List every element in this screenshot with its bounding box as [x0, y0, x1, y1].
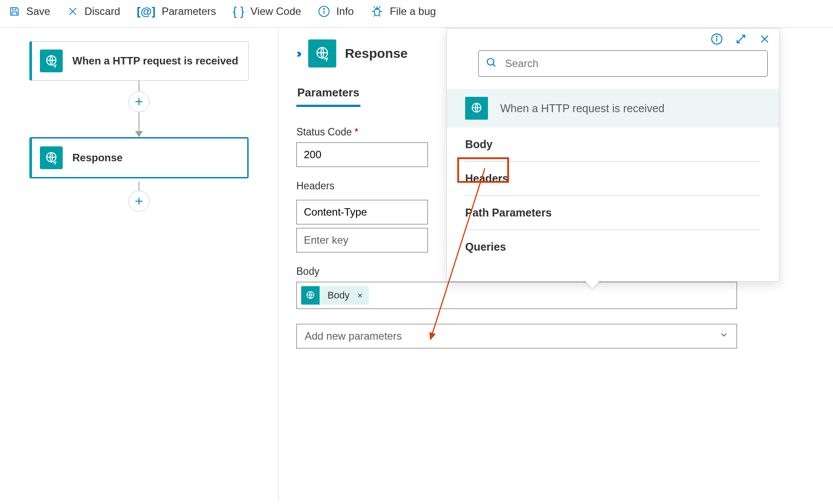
chevron-down-icon — [719, 330, 729, 342]
view-code-button[interactable]: { } View Code — [233, 4, 301, 18]
dyn-item-queries[interactable]: Queries — [465, 230, 761, 264]
add-step-button[interactable] — [128, 91, 150, 112]
flow-canvas[interactable]: When a HTTP request is received Response — [0, 28, 279, 501]
dyn-item-headers[interactable]: Headers — [465, 162, 761, 196]
save-icon — [9, 6, 20, 17]
toolbar: Save Discard [@] Parameters { } View Cod… — [0, 0, 833, 28]
trigger-card[interactable]: When a HTTP request is received — [29, 41, 249, 81]
file-bug-label: File a bug — [390, 5, 436, 18]
view-code-label: View Code — [250, 5, 301, 18]
file-bug-button[interactable]: File a bug — [370, 5, 436, 18]
details-title: Response — [345, 46, 408, 61]
svg-point-11 — [487, 58, 494, 65]
chip-remove-icon[interactable]: × — [356, 291, 369, 301]
response-card-label: Response — [72, 151, 123, 165]
discard-label: Discard — [85, 5, 120, 18]
required-star: * — [355, 126, 359, 138]
body-token-chip[interactable]: Body × — [301, 286, 369, 305]
http-icon — [301, 286, 320, 305]
add-new-parameters-select[interactable]: Add new parameters — [296, 324, 737, 348]
close-icon[interactable] — [759, 33, 770, 45]
flow-connector-end — [128, 182, 150, 212]
response-card[interactable]: Response — [29, 137, 249, 178]
flow-connector — [128, 81, 150, 137]
arrow-down-icon — [135, 131, 143, 137]
add-new-placeholder: Add new parameters — [305, 330, 402, 342]
chip-label: Body — [320, 290, 356, 301]
expand-icon[interactable] — [735, 33, 747, 45]
dyn-item-body[interactable]: Body — [465, 128, 761, 162]
add-step-button[interactable] — [128, 191, 150, 212]
headers-key-input-2[interactable] — [296, 228, 428, 252]
svg-point-10 — [716, 36, 717, 37]
popup-pointer — [583, 279, 602, 288]
info-icon[interactable] — [711, 33, 723, 45]
dynamic-content-popup: When a HTTP request is received Body Hea… — [446, 28, 780, 282]
dynamic-search[interactable] — [478, 50, 768, 77]
http-icon — [40, 146, 63, 169]
bug-icon — [370, 5, 384, 18]
braces-icon: { } — [233, 4, 244, 18]
dynamic-search-input[interactable] — [505, 57, 760, 70]
dyn-item-path-parameters[interactable]: Path Parameters — [465, 196, 761, 230]
save-label: Save — [26, 5, 50, 18]
info-button[interactable]: Info — [318, 5, 354, 18]
http-icon — [465, 97, 488, 120]
search-icon — [486, 57, 497, 71]
dynamic-source-label: When a HTTP request is received — [500, 102, 665, 115]
parameters-label: Parameters — [162, 5, 216, 18]
info-icon — [318, 5, 330, 18]
dynamic-content-list: Body Headers Path Parameters Queries — [447, 128, 779, 264]
parameters-icon: [@] — [137, 5, 156, 18]
parameters-button[interactable]: [@] Parameters — [137, 5, 216, 18]
save-button[interactable]: Save — [9, 5, 50, 18]
collapse-icon[interactable]: ›› — [296, 46, 299, 60]
close-icon — [67, 6, 78, 17]
trigger-card-label: When a HTTP request is received — [72, 54, 238, 68]
headers-key-input-1[interactable] — [296, 200, 428, 224]
status-code-input[interactable] — [296, 142, 428, 167]
http-icon — [308, 39, 336, 67]
svg-point-2 — [324, 8, 324, 9]
body-field[interactable]: Body × — [296, 282, 737, 309]
dynamic-source-header[interactable]: When a HTTP request is received — [447, 89, 779, 128]
tab-parameters[interactable]: Parameters — [296, 83, 360, 107]
info-label: Info — [336, 5, 354, 18]
discard-button[interactable]: Discard — [67, 5, 120, 18]
http-icon — [40, 50, 63, 72]
main-area: When a HTTP request is received Response — [0, 28, 833, 501]
